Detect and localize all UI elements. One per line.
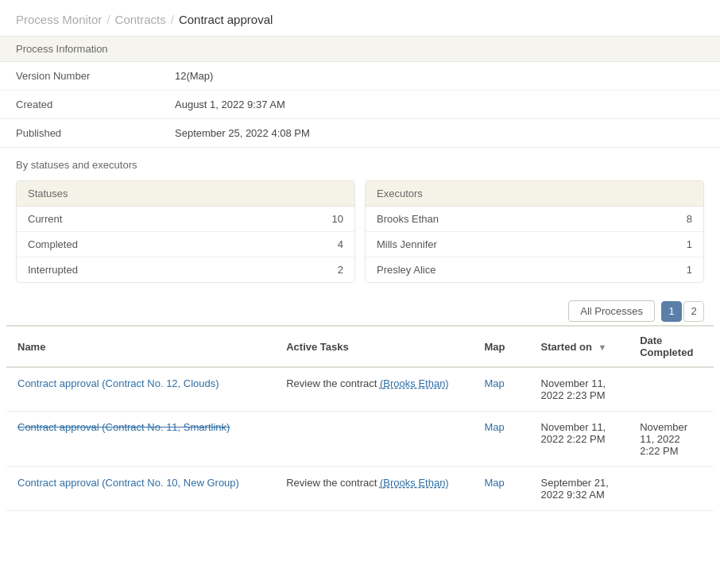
status-value-interrupted: 2	[338, 264, 343, 276]
info-label-published: Published	[16, 127, 175, 139]
breadcrumb-sep-2: /	[171, 13, 174, 26]
breadcrumb: Process Monitor / Contracts / Contract a…	[0, 0, 720, 36]
table-row: Contract approval (Contract No. 11, Smar…	[6, 412, 714, 467]
col-header-tasks: Active Tasks	[275, 327, 473, 367]
page-btn-1[interactable]: 1	[661, 301, 682, 322]
info-value-version: 12(Map)	[175, 70, 213, 82]
status-value-current: 10	[332, 213, 343, 225]
statuses-box: Statuses Current 10 Completed 4 Interrup…	[16, 180, 355, 283]
executor-value-brooks: 8	[687, 213, 692, 225]
executors-box: Executors Brooks Ethan 8 Mills Jennifer …	[365, 180, 704, 283]
statuses-title: By statuses and executors	[16, 159, 704, 171]
task-description: Review the contract	[286, 377, 380, 389]
executor-value-mills: 1	[687, 238, 692, 250]
table-row: Contract approval (Contract No. 12, Clou…	[6, 367, 714, 412]
status-value-completed: 4	[338, 238, 343, 250]
page-container: Process Monitor / Contracts / Contract a…	[0, 0, 720, 588]
status-label-current: Current	[28, 213, 62, 225]
status-label-interrupted: Interrupted	[28, 264, 78, 276]
all-processes-button[interactable]: All Processes	[568, 300, 655, 322]
executor-row-mills: Mills Jennifer 1	[366, 232, 703, 257]
started-date: September 21, 2022 9:32 AM	[530, 467, 629, 511]
action-row: All Processes 1 2	[0, 294, 720, 325]
info-label-created: Created	[16, 99, 175, 110]
table-container: Name Active Tasks Map Started on ▼ Date …	[6, 325, 714, 511]
breadcrumb-part-3: Contract approval	[179, 13, 273, 26]
completed-date: November 11, 2022 2:22 PM	[629, 412, 714, 467]
table-header-row: Name Active Tasks Map Started on ▼ Date …	[6, 327, 714, 367]
executor-label-mills: Mills Jennifer	[377, 238, 437, 250]
executor-row-presley: Presley Alice 1	[366, 257, 703, 282]
table-row: Contract approval (Contract No. 10, New …	[6, 467, 714, 511]
info-label-version: Version Number	[16, 70, 175, 82]
status-row-interrupted: Interrupted 2	[17, 257, 354, 282]
executor-value-presley: 1	[687, 264, 692, 276]
task-person-link[interactable]: (Brooks Ethan)	[380, 377, 449, 389]
executors-box-header: Executors	[366, 181, 703, 207]
breadcrumb-part-2[interactable]: Contracts	[115, 13, 166, 26]
process-name-link[interactable]: Contract approval (Contract No. 10, New …	[17, 477, 239, 489]
executor-row-brooks: Brooks Ethan 8	[366, 207, 703, 232]
executor-label-presley: Presley Alice	[377, 264, 435, 276]
sort-icon-started: ▼	[598, 342, 607, 352]
process-table: Name Active Tasks Map Started on ▼ Date …	[6, 327, 714, 511]
started-date: November 11, 2022 2:22 PM	[530, 412, 629, 467]
status-row-completed: Completed 4	[17, 232, 354, 257]
process-name-link-strikethrough[interactable]: Contract approval (Contract No. 11, Smar…	[17, 421, 230, 433]
page-btn-2[interactable]: 2	[683, 301, 704, 322]
process-info-rows: Version Number 12(Map) Created August 1,…	[0, 62, 720, 148]
breadcrumb-part-1[interactable]: Process Monitor	[16, 13, 102, 26]
executor-label-brooks: Brooks Ethan	[377, 213, 439, 225]
info-value-published: September 25, 2022 4:08 PM	[175, 127, 310, 139]
breadcrumb-sep-1: /	[106, 13, 110, 26]
completed-date	[629, 467, 714, 511]
col-header-map: Map	[473, 327, 529, 367]
map-link[interactable]: Map	[484, 377, 504, 389]
status-label-completed: Completed	[28, 238, 78, 250]
process-info-header: Process Information	[0, 36, 720, 62]
col-header-completed: Date Completed	[629, 327, 714, 367]
statuses-box-header: Statuses	[17, 181, 354, 207]
status-row-current: Current 10	[17, 207, 354, 232]
statuses-grid: Statuses Current 10 Completed 4 Interrup…	[16, 180, 704, 283]
completed-date	[629, 367, 714, 412]
col-header-name: Name	[6, 327, 275, 367]
pagination: 1 2	[661, 301, 704, 322]
info-row-created: Created August 1, 2022 9:37 AM	[0, 91, 720, 119]
map-link[interactable]: Map	[484, 477, 504, 489]
started-date: November 11, 2022 2:23 PM	[530, 367, 629, 412]
info-value-created: August 1, 2022 9:37 AM	[175, 99, 285, 110]
task-description: Review the contract	[286, 477, 380, 489]
col-header-started[interactable]: Started on ▼	[530, 327, 629, 367]
info-row-version: Version Number 12(Map)	[0, 62, 720, 91]
task-person-link[interactable]: (Brooks Ethan)	[380, 477, 449, 489]
statuses-section: By statuses and executors Statuses Curre…	[0, 148, 720, 294]
process-name-link[interactable]: Contract approval (Contract No. 12, Clou…	[17, 377, 219, 389]
map-link[interactable]: Map	[484, 421, 504, 433]
info-row-published: Published September 25, 2022 4:08 PM	[0, 119, 720, 148]
